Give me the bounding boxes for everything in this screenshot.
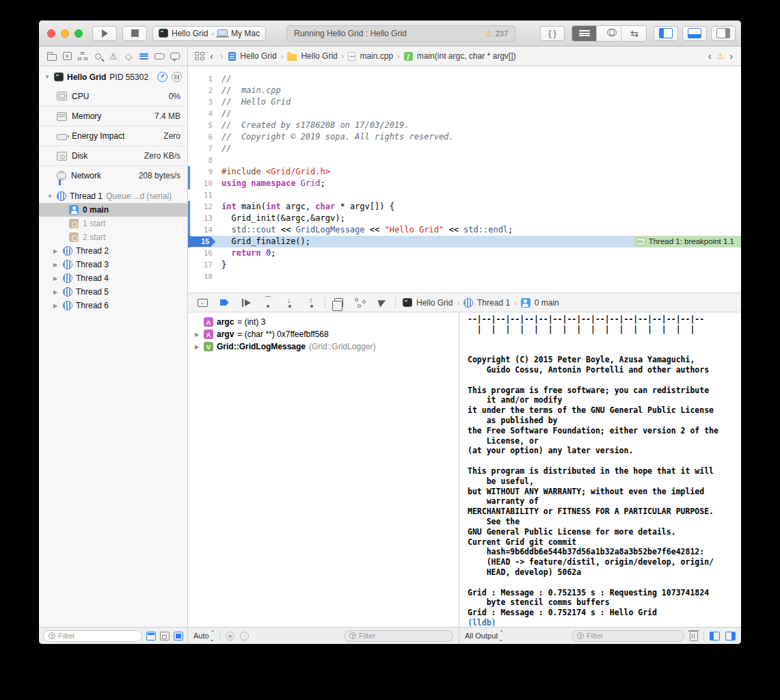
show-variables-view-icon[interactable] — [710, 632, 720, 641]
process-row[interactable]: ▼ Hello Grid PID 55302 — [39, 66, 187, 86]
minimize-window-button[interactable] — [61, 29, 69, 38]
info-icon[interactable]: i — [240, 632, 249, 641]
profile-gauge-icon[interactable] — [157, 72, 167, 82]
breakpoint-gutter[interactable]: 15 — [188, 236, 213, 247]
version-editor-button[interactable]: ⇆ — [621, 26, 646, 41]
disclosure-triangle-icon[interactable]: ▶ — [193, 332, 200, 338]
variable-row-grid-gridlogmessage[interactable]: ▶ V Grid::GridLogMessage (Grid::GridLogg… — [188, 340, 459, 353]
stop-button[interactable] — [122, 26, 147, 41]
go-forward-button[interactable]: › — [219, 51, 225, 62]
line-number[interactable]: 2 — [188, 85, 213, 96]
line-number[interactable]: 3 — [188, 96, 213, 108]
line-number[interactable]: 4 — [188, 108, 213, 120]
filter-gauges-icon[interactable] — [146, 632, 156, 641]
gauge-row-disk[interactable]: Disk Zero KB/s — [39, 146, 187, 165]
find-navigator-icon[interactable] — [92, 51, 104, 62]
previous-issue-button[interactable]: ‹ — [707, 51, 713, 62]
line-number[interactable]: 12 — [188, 201, 213, 213]
gauge-row-cpu[interactable]: CPU 0% — [39, 86, 187, 106]
thread-1-row[interactable]: ▼ Thread 1 Queue:...d (serial) — [39, 189, 187, 203]
breadcrumb-file[interactable]: main.cpp — [360, 51, 393, 61]
breadcrumb-group[interactable]: Hello Grid — [301, 51, 337, 61]
test-navigator-icon[interactable]: ◇ — [123, 51, 135, 62]
stack-frame-0-main[interactable]: 0 main — [39, 203, 187, 217]
variables-filter-input[interactable]: Filter — [344, 630, 453, 642]
step-out-button[interactable] — [306, 297, 318, 308]
library-button[interactable]: { } — [540, 26, 565, 41]
disclosure-triangle-icon[interactable]: ▶ — [53, 248, 59, 254]
breakpoint-annotation[interactable]: Thread 1: breakpoint 1.1 — [633, 236, 741, 247]
thread-row-thread-6[interactable]: ▶ Thread 6 — [39, 299, 187, 312]
symbol-navigator-icon[interactable] — [77, 51, 88, 62]
console-filter-input[interactable]: Filter — [571, 630, 684, 642]
breakpoints-toggle-button[interactable] — [218, 297, 230, 308]
thread-row-thread-4[interactable]: ▶ Thread 4 — [39, 271, 187, 285]
thread-row-thread-2[interactable]: ▶ Thread 2 — [39, 244, 187, 258]
memory-graph-button[interactable] — [354, 297, 366, 308]
toggle-inspector-button[interactable] — [711, 26, 736, 41]
line-number[interactable]: 10 — [188, 178, 213, 189]
gauge-row-memory[interactable]: Memory 7.4 MB — [39, 106, 187, 126]
gauge-row-energy-impact[interactable]: Energy Impact Zero — [39, 126, 187, 146]
console-output-selector[interactable]: All Output ⌃⌃ — [465, 630, 503, 641]
debug-navigator-icon[interactable] — [138, 51, 150, 62]
line-number[interactable]: 9 — [188, 166, 213, 178]
line-number[interactable]: 17 — [188, 259, 213, 271]
go-back-button[interactable]: ‹ — [209, 51, 215, 62]
stack-frame-2-start[interactable]: 2 start — [39, 230, 187, 244]
source-control-navigator-icon[interactable]: ✕ — [62, 51, 73, 62]
line-number[interactable]: 13 — [188, 213, 213, 224]
gauge-row-network[interactable]: Network 208 bytes/s — [39, 165, 187, 185]
line-number[interactable]: 6 — [188, 131, 213, 143]
variable-row-argc[interactable]: A argc = (int) 3 — [188, 316, 459, 328]
disclosure-triangle-icon[interactable]: ▶ — [53, 262, 59, 268]
filter-frames-icon[interactable] — [160, 632, 170, 641]
disclosure-triangle-icon[interactable]: ▼ — [44, 74, 51, 80]
line-number[interactable]: 1 — [188, 73, 213, 85]
simulate-location-button[interactable] — [376, 297, 388, 308]
issue-navigator-icon[interactable]: ⚠ — [107, 51, 119, 62]
disclosure-triangle-icon[interactable]: ▼ — [47, 193, 53, 200]
disclosure-triangle-icon[interactable]: ▶ — [53, 289, 59, 295]
related-items-icon[interactable] — [195, 52, 204, 60]
memory-debug-icon[interactable] — [172, 72, 182, 82]
clear-console-icon[interactable] — [690, 632, 698, 641]
stack-frame-1-start[interactable]: 1 start — [39, 217, 187, 230]
line-number[interactable]: 11 — [188, 189, 213, 201]
crumb-frame[interactable]: 0 main — [535, 298, 559, 308]
close-window-button[interactable] — [47, 29, 55, 38]
line-number[interactable]: 14 — [188, 224, 213, 236]
crumb-process[interactable]: Hello Grid — [416, 298, 453, 308]
show-console-icon[interactable] — [725, 632, 736, 641]
variables-view[interactable]: A argc = (int) 3▶ A argv = (char **) 0x7… — [188, 312, 459, 627]
zoom-window-button[interactable] — [75, 29, 83, 38]
disclosure-triangle-icon[interactable]: ▶ — [53, 275, 59, 282]
standard-editor-button[interactable] — [572, 26, 597, 41]
next-issue-button[interactable]: › — [728, 51, 734, 62]
disclosure-triangle-icon[interactable]: ▶ — [193, 344, 200, 350]
run-button[interactable] — [92, 26, 117, 41]
variable-row-argv[interactable]: ▶ A argv = (char **) 0x7ffeefbff568 — [188, 328, 459, 340]
continue-button[interactable] — [240, 297, 252, 308]
project-navigator-icon[interactable] — [46, 51, 57, 62]
source-editor[interactable]: 1//2// main.cpp3// Hello Grid4//5// Crea… — [188, 66, 741, 293]
console-output[interactable]: --|--|--|--|--|--|--|--|--|--|--|--|--|-… — [459, 312, 741, 627]
assistant-editor-button[interactable] — [597, 26, 621, 41]
thread-row-thread-5[interactable]: ▶ Thread 5 — [39, 285, 187, 299]
line-number[interactable]: 5 — [188, 120, 213, 131]
warning-badge[interactable]: ⚠237 — [485, 29, 508, 38]
quicklook-eye-icon[interactable]: ◉ — [226, 632, 234, 641]
toggle-navigator-button[interactable] — [654, 26, 678, 41]
view-hierarchy-button[interactable] — [332, 297, 345, 308]
disclosure-triangle-icon[interactable]: ▶ — [53, 303, 59, 309]
breakpoint-navigator-icon[interactable] — [154, 51, 165, 62]
navigator-filter-input[interactable]: Filter — [43, 630, 142, 642]
line-number[interactable]: 18 — [188, 271, 213, 282]
line-number[interactable]: 16 — [188, 247, 213, 259]
filter-threads-icon[interactable] — [174, 632, 183, 641]
crumb-thread[interactable]: Thread 1 — [477, 298, 510, 308]
thread-row-thread-3[interactable]: ▶ Thread 3 — [39, 258, 187, 271]
step-over-button[interactable] — [262, 297, 274, 308]
variable-scope-selector[interactable]: Auto ⌃⌃ — [193, 630, 214, 641]
breakpoint-badge[interactable]: 15 — [189, 237, 215, 247]
